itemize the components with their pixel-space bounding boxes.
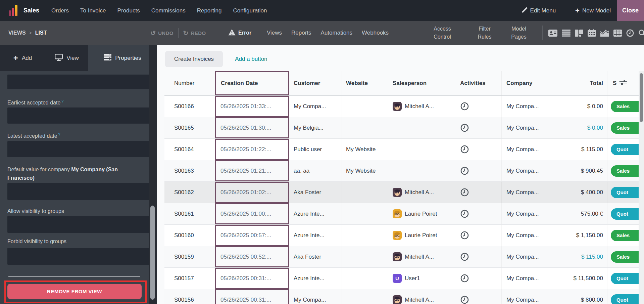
create-invoices-button[interactable]: Create Invoices <box>165 51 223 67</box>
table-row[interactable]: S0016405/26/2025 01:22:...Public userMy … <box>164 139 639 160</box>
status-cell[interactable]: Quot <box>607 139 639 160</box>
creation-date-cell[interactable]: 05/26/2025 00:31:... <box>215 268 289 289</box>
table-row[interactable]: S0016505/26/2025 01:30:...My Belgia...My… <box>164 117 639 139</box>
clock-icon[interactable] <box>460 252 469 261</box>
nav-item-to-invoice[interactable]: To Invoice <box>80 7 106 14</box>
nav-item-configuration[interactable]: Configuration <box>233 7 267 14</box>
help-icon[interactable]: ? <box>61 99 63 103</box>
apps-menu-icon[interactable] <box>9 5 17 16</box>
activity-view-icon[interactable] <box>626 29 634 37</box>
activities-cell[interactable] <box>453 160 502 181</box>
clock-icon[interactable] <box>460 295 469 304</box>
salesperson-cell[interactable]: UUser1 <box>389 268 453 289</box>
error-button[interactable]: Error <box>228 21 251 45</box>
website-cell[interactable]: My Website <box>342 139 389 160</box>
status-cell[interactable]: Sales <box>607 160 639 181</box>
record-number-cell[interactable]: S00156 <box>164 289 215 304</box>
close-studio-button[interactable]: Close <box>617 0 644 21</box>
table-row[interactable]: S0015605/26/2025 00:31:...My Compa...Mit… <box>164 289 639 304</box>
add-a-button-link[interactable]: Add a button <box>235 56 267 62</box>
creation-date-cell[interactable]: 05/26/2025 00:31:... <box>215 289 289 304</box>
tab-properties[interactable]: Properties <box>88 45 157 71</box>
column-header-website[interactable]: Website <box>342 71 389 95</box>
activities-cell[interactable] <box>453 289 502 304</box>
salesperson-cell[interactable]: Mitchell A... <box>389 289 453 304</box>
customer-cell[interactable]: My Belgia... <box>289 117 342 138</box>
graph-view-icon[interactable] <box>600 30 609 37</box>
total-cell[interactable]: $ 115.00 <box>552 246 607 267</box>
sidebar-scrollbar-thumb[interactable] <box>150 206 155 300</box>
nav-item-commissions[interactable]: Commissions <box>151 7 186 14</box>
activities-cell[interactable] <box>453 268 502 289</box>
record-number-cell[interactable]: S00165 <box>164 117 215 138</box>
total-cell[interactable]: 575.00 € <box>552 203 607 224</box>
list-view-icon[interactable] <box>562 30 571 37</box>
customer-cell[interactable]: Azure Inte... <box>289 203 342 224</box>
column-header-number[interactable]: Number <box>164 71 215 95</box>
main-scrollbar-thumb[interactable] <box>640 73 643 122</box>
salesperson-cell[interactable]: Mitchell A... <box>389 246 453 267</box>
column-header-activities[interactable]: Activities <box>453 71 502 95</box>
record-number-cell[interactable]: S00160 <box>164 225 215 246</box>
salesperson-cell[interactable]: Mitchell A... <box>389 182 453 203</box>
salesperson-cell[interactable]: Mitchell A... <box>389 96 453 117</box>
record-number-cell[interactable]: S00162 <box>164 182 215 203</box>
company-cell[interactable]: My Compa... <box>502 268 552 289</box>
customer-cell[interactable]: Public user <box>289 139 342 160</box>
clock-icon[interactable] <box>460 231 469 240</box>
form-view-icon[interactable] <box>548 30 557 37</box>
website-cell[interactable] <box>342 225 389 246</box>
website-cell[interactable] <box>342 117 389 138</box>
calendar-view-icon[interactable] <box>588 29 596 37</box>
customer-cell[interactable]: Azure Inte... <box>289 268 342 289</box>
clock-icon[interactable] <box>460 188 469 197</box>
help-icon[interactable]: ? <box>58 132 60 136</box>
salesperson-cell[interactable]: Laurie Poiret <box>389 203 453 224</box>
clock-icon[interactable] <box>460 145 469 154</box>
website-cell[interactable] <box>342 268 389 289</box>
activities-cell[interactable] <box>453 203 502 224</box>
record-number-cell[interactable]: S00159 <box>164 246 215 267</box>
tab-add[interactable]: + Add <box>0 45 45 71</box>
record-number-cell[interactable]: S00157 <box>164 268 215 289</box>
edit-menu-button[interactable]: Edit Menu <box>522 7 556 14</box>
undo-button[interactable]: ↺ UNDO <box>150 29 174 37</box>
toolbar-link-filter-rules[interactable]: Filter Rules <box>469 21 500 45</box>
forbid-visibility-groups-input[interactable] <box>7 248 149 265</box>
search-view-icon[interactable] <box>638 29 644 37</box>
table-row[interactable]: S0016305/26/2025 01:21:...aa, aaMy Websi… <box>164 160 639 182</box>
app-name-sales[interactable]: Sales <box>23 7 39 14</box>
creation-date-cell[interactable]: 05/26/2025 00:52:... <box>215 246 289 267</box>
pivot-view-icon[interactable] <box>613 30 622 37</box>
table-row[interactable]: S0015905/26/2025 00:52:...Aka FosterMitc… <box>164 246 639 268</box>
creation-date-cell[interactable]: 05/26/2025 01:30:... <box>215 117 289 138</box>
nav-item-orders[interactable]: Orders <box>51 7 69 14</box>
total-cell[interactable]: $ 11,500.00 <box>552 268 607 289</box>
toolbar-link-views[interactable]: Views <box>267 30 282 36</box>
customer-cell[interactable]: Azure Inte... <box>289 225 342 246</box>
total-cell[interactable]: $ 0.00 <box>552 96 607 117</box>
allow-visibility-groups-input[interactable] <box>7 216 149 233</box>
activities-cell[interactable] <box>453 139 502 160</box>
redo-button[interactable]: ↻ REDO <box>183 29 206 37</box>
record-number-cell[interactable]: S00163 <box>164 160 215 181</box>
company-cell[interactable]: My Compa... <box>502 117 552 138</box>
sliders-icon[interactable] <box>619 79 627 88</box>
nav-item-reporting[interactable]: Reporting <box>197 7 222 14</box>
clock-icon[interactable] <box>460 102 469 111</box>
website-cell[interactable] <box>342 182 389 203</box>
table-row[interactable]: S0016105/26/2025 01:00:...Azure Inte...L… <box>164 203 639 225</box>
website-cell[interactable]: My Website <box>342 160 389 181</box>
default-company-input[interactable] <box>7 183 149 200</box>
salesperson-cell[interactable] <box>389 160 453 181</box>
status-cell[interactable]: Quot <box>607 182 639 203</box>
company-cell[interactable]: My Compa... <box>502 225 552 246</box>
creation-date-cell[interactable]: 05/26/2025 01:33:... <box>215 96 289 117</box>
toolbar-link-automations[interactable]: Automations <box>321 30 353 36</box>
column-header-status[interactable]: S <box>607 71 639 95</box>
remove-from-view-button[interactable]: REMOVE FROM VIEW <box>7 284 142 299</box>
company-cell[interactable]: My Compa... <box>502 246 552 267</box>
kanban-view-icon[interactable] <box>575 30 583 37</box>
activities-cell[interactable] <box>453 246 502 267</box>
record-number-cell[interactable]: S00161 <box>164 203 215 224</box>
